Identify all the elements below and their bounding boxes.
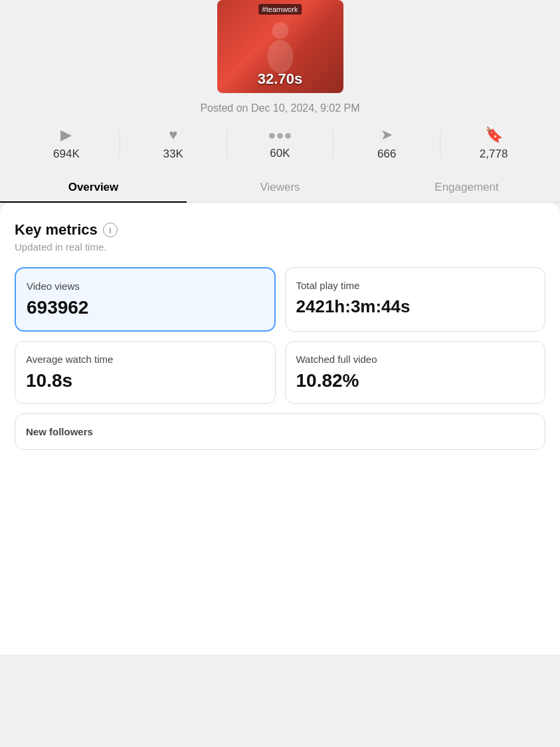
- share-icon: ➤: [381, 126, 393, 144]
- metric-value-video-views: 693962: [27, 297, 264, 318]
- bookmark-icon: 🔖: [485, 126, 503, 144]
- metric-card-total-play-time[interactable]: Total play time 2421h:3m:44s: [285, 267, 546, 332]
- main-card: Key metrics i Updated in real time. Vide…: [0, 203, 560, 655]
- metric-card-avg-watch-time[interactable]: Average watch time 10.8s: [15, 341, 276, 404]
- metric-label-watched-full-video: Watched full video: [296, 354, 535, 365]
- video-thumbnail[interactable]: #teamwork 32.70s: [217, 0, 343, 93]
- thumbnail-tag-label: #teamwork: [258, 4, 302, 15]
- metric-card-watched-full-video[interactable]: Watched full video 10.82%: [285, 341, 546, 404]
- info-icon[interactable]: i: [103, 223, 118, 237]
- new-followers-card[interactable]: New followers: [15, 413, 545, 450]
- metric-label-total-play-time: Total play time: [296, 280, 535, 291]
- svg-point-1: [267, 40, 293, 73]
- play-icon: ▶: [60, 126, 72, 144]
- key-metrics-subtitle: Updated in real time.: [15, 241, 545, 253]
- stat-plays: ▶ 694K: [13, 126, 120, 161]
- stat-bookmarks-value: 2,778: [480, 148, 508, 161]
- key-metrics-heading: Key metrics i: [15, 221, 545, 239]
- new-followers-label: New followers: [26, 426, 534, 437]
- stat-bookmarks: 🔖 2,778: [440, 126, 547, 161]
- tab-engagement[interactable]: Engagement: [373, 173, 560, 202]
- key-metrics-title-text: Key metrics: [15, 221, 98, 239]
- tab-overview[interactable]: Overview: [0, 173, 187, 202]
- stats-row: ▶ 694K ♥ 33K ●●● 60K ➤ 666 🔖 2,778: [0, 126, 560, 161]
- metric-value-total-play-time: 2421h:3m:44s: [296, 296, 535, 317]
- metric-value-avg-watch-time: 10.8s: [26, 370, 264, 391]
- metric-label-avg-watch-time: Average watch time: [26, 354, 264, 365]
- tabs-row: Overview Viewers Engagement: [0, 173, 560, 203]
- person-silhouette-icon: [260, 20, 300, 73]
- stat-shares: ➤ 666: [333, 126, 440, 161]
- video-duration: 32.70s: [258, 70, 302, 88]
- metric-card-video-views[interactable]: Video views 693962: [15, 267, 276, 332]
- stat-shares-value: 666: [377, 148, 396, 161]
- metric-label-video-views: Video views: [27, 280, 264, 292]
- stat-comments: ●●● 60K: [227, 128, 333, 160]
- comment-icon: ●●●: [268, 128, 292, 143]
- tab-viewers[interactable]: Viewers: [187, 173, 373, 202]
- stat-comments-value: 60K: [270, 147, 290, 160]
- heart-icon: ♥: [169, 126, 177, 144]
- svg-point-0: [272, 23, 288, 39]
- posted-date: Posted on Dec 10, 2024, 9:02 PM: [200, 102, 359, 114]
- metrics-grid: Video views 693962 Total play time 2421h…: [15, 267, 545, 404]
- stat-likes-value: 33K: [163, 148, 183, 161]
- metric-value-watched-full-video: 10.82%: [296, 370, 535, 391]
- top-section: #teamwork 32.70s Posted on Dec 10, 2024,…: [0, 0, 560, 203]
- stat-likes: ♥ 33K: [120, 126, 227, 161]
- stat-plays-value: 694K: [53, 148, 80, 161]
